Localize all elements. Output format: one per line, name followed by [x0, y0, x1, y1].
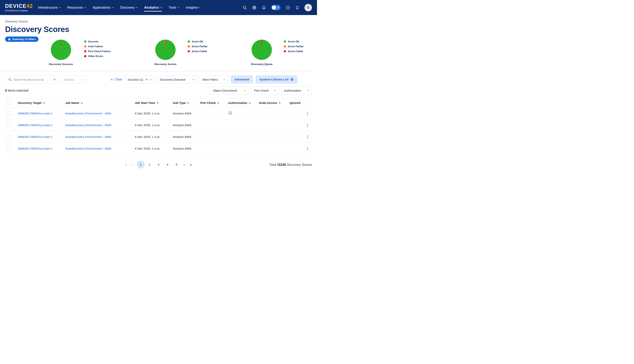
authorisation-cell	[226, 143, 257, 154]
summary-filters-button[interactable]: Summary & Filters	[5, 36, 38, 42]
discovery-scores-pie	[155, 40, 176, 60]
filter-row-1: ✕ Actions ✕ Clear Success (1) ✕ Discover…	[5, 76, 312, 84]
notifications-bell-icon[interactable]	[262, 6, 266, 10]
ignored-cell	[288, 143, 304, 154]
page-button-2[interactable]: 2	[146, 161, 154, 168]
col-job-name[interactable]: Job Name⇅	[64, 98, 133, 108]
row-actions-kebab[interactable]: ⋮	[303, 131, 312, 143]
job-name-link[interactable]: Autodiscovery Environment - AWS	[65, 124, 111, 127]
legend-dot	[284, 40, 286, 42]
sudo-access-cell	[258, 119, 288, 131]
col-authorisation[interactable]: Authorisation⇅	[226, 98, 257, 108]
chevron-down-icon	[150, 78, 152, 80]
col-sudo-access[interactable]: Sudo Access⇅	[258, 98, 288, 108]
page-button-3[interactable]: 3	[155, 161, 162, 168]
ignored-cell	[288, 119, 304, 131]
row-actions-kebab[interactable]: ⋮	[303, 143, 312, 154]
page-button-1[interactable]: 1	[137, 161, 144, 168]
more-filters-dropdown[interactable]: More Filters	[200, 76, 228, 84]
sort-icon[interactable]: ⇅	[43, 102, 45, 104]
authorisation-dropdown[interactable]: Authorisation	[281, 86, 312, 94]
port-check-dropdown[interactable]: Port Check	[251, 86, 278, 94]
sort-icon[interactable]: ↑	[302, 102, 303, 104]
row-actions-kebab[interactable]: ⋮	[303, 108, 312, 119]
search-input[interactable]	[14, 78, 51, 81]
job-start-time-cell: 4 Dec 2025, 1 a.m.	[133, 131, 171, 143]
nav-infrastructure[interactable]: Infrastructure	[38, 4, 60, 12]
row-checkbox[interactable]	[7, 123, 11, 127]
chevron-down-icon	[59, 6, 61, 8]
row-checkbox[interactable]	[7, 146, 11, 150]
authorisation-cell	[226, 131, 257, 143]
svg-text:?: ?	[287, 6, 288, 8]
job-name-link[interactable]: Autodiscovery Environment - AWS	[65, 135, 111, 138]
nav-insights-plus[interactable]: Insights+	[186, 4, 200, 12]
discovery-target-link[interactable]: 096835178454\\us-east-1	[18, 112, 52, 115]
next-page-button[interactable]: ›	[182, 162, 187, 167]
bookmark-icon[interactable]	[295, 6, 299, 10]
logo-wordmark: DEVICE42	[5, 4, 33, 9]
nav-tools[interactable]: Tools	[168, 4, 179, 12]
row-checkbox[interactable]	[7, 111, 11, 116]
legend-item: Score Failed	[284, 50, 303, 53]
sort-icon[interactable]: ⇅	[187, 102, 189, 104]
chevron-down-icon	[192, 78, 194, 80]
advanced-button[interactable]: Advanced	[231, 76, 253, 84]
search-icon[interactable]	[242, 6, 247, 10]
col-discovery-target[interactable]: Discovery Target⇅	[16, 98, 64, 108]
remove-chip-icon[interactable]: ✕	[146, 78, 148, 81]
legend-dot	[188, 45, 190, 48]
port-check-cell	[199, 119, 226, 131]
user-avatar[interactable]: G	[304, 4, 312, 11]
col-job-start-time[interactable]: Job Start Time⇅	[133, 98, 171, 108]
select-all-checkbox[interactable]	[7, 101, 11, 105]
discovery-scores-table: Discovery Target⇅ Job Name⇅ Job Start Ti…	[5, 98, 312, 154]
clear-filters-button[interactable]: ✕ Clear	[110, 78, 122, 81]
row-actions-kebab[interactable]: ⋮	[303, 119, 312, 131]
nav-discovery[interactable]: Discovery	[120, 4, 138, 12]
nav-resources[interactable]: Resources	[67, 4, 86, 12]
page-button-5[interactable]: 5	[173, 161, 180, 168]
legend-dot	[84, 55, 86, 57]
job-name-link[interactable]: Autodiscovery Environment - AWS	[65, 147, 111, 150]
legend-item: Auth Failure	[84, 45, 110, 48]
chart-discovery-queue: Discovery Queue Score OK Score Partial S…	[251, 40, 303, 66]
discovery-target-link[interactable]: 096835178454\\us-east-1	[18, 147, 52, 150]
success-filter-chip[interactable]: Success (1) ✕	[125, 76, 154, 84]
legend-dot	[284, 45, 286, 48]
last-page-button[interactable]: »	[188, 162, 194, 167]
sort-icon[interactable]: ⇅	[278, 102, 281, 104]
object-discovered-dropdown[interactable]: Object Discovered	[210, 86, 249, 94]
nav-applications[interactable]: Applications	[92, 4, 114, 12]
authorised-check-icon	[228, 111, 232, 115]
sort-icon[interactable]: ⇅	[217, 102, 219, 104]
page-button-4[interactable]: 4	[164, 161, 172, 168]
device42-logo[interactable]: DEVICE42 A Freshworks Company	[5, 4, 33, 12]
breadcrumb[interactable]: Discovery Scores	[5, 20, 312, 23]
discovery-target-link[interactable]: 096835178454\\us-east-1	[18, 124, 52, 127]
port-check-cell	[199, 143, 226, 154]
actions-dropdown[interactable]: Actions	[61, 76, 86, 84]
sub-type-cell: Amazon AWS	[171, 119, 199, 131]
col-sub-type[interactable]: Sub Type⇅	[171, 98, 199, 108]
sudo-access-cell	[258, 143, 288, 154]
system-column-list-button[interactable]: System Column List ⚙	[256, 76, 298, 84]
help-icon[interactable]: ?	[286, 6, 290, 10]
first-page-button[interactable]: «	[123, 162, 129, 167]
discovery-target-link[interactable]: 096835178454\\us-east-1	[18, 135, 52, 138]
charts-row: Discovery Success Success Auth Failure P…	[49, 40, 303, 66]
discovery-outcome-dropdown[interactable]: Discovery Outcome	[157, 76, 197, 84]
sort-icon[interactable]: ⇅	[249, 102, 251, 104]
row-checkbox[interactable]	[7, 135, 11, 139]
col-ignored[interactable]: Ignored↑	[288, 98, 304, 108]
sort-icon[interactable]: ⇅	[156, 102, 158, 104]
clear-search-icon[interactable]: ✕	[53, 78, 56, 81]
sort-icon[interactable]: ⇅	[81, 102, 83, 104]
job-name-link[interactable]: Autodiscovery Environment - AWS	[65, 112, 111, 115]
globe-icon[interactable]	[252, 6, 256, 10]
theme-toggle[interactable]: ☀	[271, 5, 280, 10]
nav-analytics[interactable]: Analytics	[144, 4, 162, 12]
chevron-down-icon	[224, 78, 226, 80]
prev-page-button[interactable]: ‹	[130, 162, 135, 167]
col-port-check[interactable]: Port Check⇅	[199, 98, 226, 108]
